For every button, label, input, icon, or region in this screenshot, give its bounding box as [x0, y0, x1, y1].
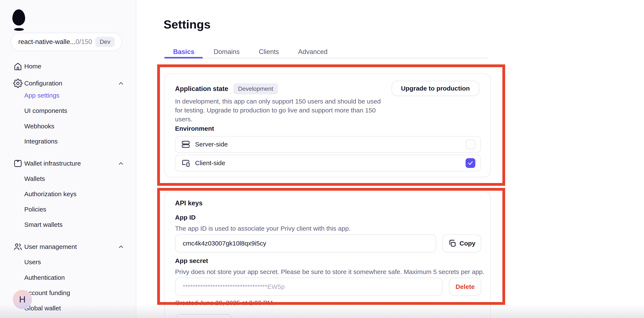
- tab-domains[interactable]: Domains: [204, 46, 249, 57]
- app-secret-description: Privy does not store your app secret. Pl…: [175, 268, 484, 276]
- sidebar-item-label: UI components: [24, 107, 67, 114]
- environment-option-label: Server-side: [195, 141, 228, 148]
- application-state-card: Application state Development Upgrade to…: [164, 74, 491, 177]
- tabs-divider: [164, 58, 488, 58]
- privy-logo-shadow: [14, 28, 24, 31]
- app-secret-label: App secret: [175, 257, 208, 264]
- gear-icon: [13, 79, 22, 88]
- settings-tabs: Basics Domains Clients Advanced: [164, 46, 337, 57]
- environment-row-server-side[interactable]: Server-side: [175, 136, 481, 153]
- sidebar-item-authentication[interactable]: Authentication: [0, 273, 136, 283]
- development-badge: Development: [234, 83, 278, 94]
- chevron-up-icon[interactable]: [118, 243, 124, 250]
- sidebar-item-webhooks[interactable]: Webhooks: [0, 121, 136, 131]
- sidebar-item-label: App settings: [24, 92, 60, 99]
- tab-basics[interactable]: Basics: [164, 46, 204, 57]
- sidebar-item-label: Wallet infrastructure: [24, 160, 81, 167]
- environment-option-label: Client-side: [195, 159, 225, 167]
- sidebar-item-policies[interactable]: Policies: [0, 204, 136, 214]
- sidebar-item-ui-components[interactable]: UI components: [0, 106, 136, 116]
- sidebar-item-label: Configuration: [24, 80, 62, 87]
- privy-logo: [12, 9, 25, 25]
- delete-secret-button[interactable]: Delete: [449, 278, 481, 296]
- sidebar-item-authorization-keys[interactable]: Authorization keys: [0, 189, 136, 199]
- users-icon: [13, 242, 22, 251]
- user-avatar[interactable]: H: [13, 290, 32, 309]
- sidebar-item-user-management[interactable]: User management: [0, 242, 136, 252]
- sidebar-item-label: User management: [24, 243, 77, 250]
- sidebar-item-label: Wallets: [24, 175, 45, 182]
- sidebar: react-native-walle... 0/150 Dev Home Con…: [0, 0, 136, 318]
- page-title: Settings: [164, 17, 210, 31]
- application-state-description: In development, this app can only suppor…: [175, 97, 388, 124]
- tab-clients[interactable]: Clients: [249, 46, 288, 57]
- chevron-up-icon[interactable]: [118, 160, 124, 167]
- copy-button[interactable]: Copy: [442, 234, 481, 253]
- sidebar-item-wallets[interactable]: Wallets: [0, 174, 136, 184]
- sidebar-item-wallet-infrastructure[interactable]: Wallet infrastructure: [0, 158, 136, 168]
- environment-label: Environment: [175, 125, 214, 132]
- server-icon: [181, 140, 190, 149]
- project-env-badge: Dev: [96, 37, 114, 47]
- environment-row-client-side[interactable]: Client-side: [175, 155, 481, 171]
- app-id-label: App ID: [175, 214, 196, 221]
- sidebar-item-home[interactable]: Home: [0, 61, 136, 71]
- sidebar-item-label: Webhooks: [24, 123, 54, 130]
- tab-advanced[interactable]: Advanced: [288, 46, 337, 57]
- avatar-initial: H: [19, 294, 26, 305]
- partially-visible-button[interactable]: [175, 314, 232, 318]
- check-icon: [467, 160, 474, 166]
- sidebar-item-label: Smart wallets: [24, 221, 62, 228]
- app-secret-input[interactable]: **********************************EW5p: [175, 278, 442, 296]
- sidebar-item-label: Authentication: [24, 274, 65, 281]
- sidebar-item-label: Users: [24, 259, 41, 266]
- client-side-checkbox[interactable]: [466, 158, 475, 168]
- sidebar-item-label: Integrations: [24, 138, 58, 145]
- sidebar-item-app-settings[interactable]: App settings: [0, 90, 136, 101]
- project-name: react-native-walle...: [18, 38, 76, 46]
- chevron-up-icon[interactable]: [118, 80, 124, 87]
- sidebar-item-label: Policies: [24, 206, 46, 213]
- sidebar-item-smart-wallets[interactable]: Smart wallets: [0, 220, 136, 230]
- main-content: Settings Basics Domains Clients Advanced…: [137, 0, 644, 318]
- app-id-input[interactable]: cmc4k4z03007gk10l8qx9i5cy: [175, 234, 436, 253]
- client-devices-icon: [181, 158, 190, 168]
- project-selector[interactable]: react-native-walle... 0/150 Dev: [11, 33, 122, 51]
- home-icon: [13, 62, 22, 71]
- sidebar-item-label: Home: [24, 63, 41, 70]
- sidebar-item-label: Authorization keys: [24, 190, 76, 198]
- wallet-icon: [13, 159, 22, 168]
- upgrade-to-production-button[interactable]: Upgrade to production: [392, 81, 479, 96]
- api-keys-heading: API keys: [175, 199, 202, 207]
- sidebar-item-label: Account funding: [24, 289, 70, 297]
- app-id-description: The app ID is used to associate your Pri…: [175, 225, 350, 232]
- active-tab-underline: [164, 57, 203, 58]
- copy-icon: [448, 239, 456, 248]
- sidebar-item-label: Global wallet: [24, 305, 61, 312]
- sidebar-item-users[interactable]: Users: [0, 257, 136, 267]
- sidebar-item-configuration[interactable]: Configuration: [0, 78, 136, 88]
- server-side-checkbox[interactable]: [466, 140, 475, 149]
- project-usage-count: 0/150: [76, 38, 92, 46]
- application-state-heading: Application state: [175, 85, 228, 93]
- sidebar-item-integrations[interactable]: Integrations: [0, 136, 136, 147]
- secret-created-timestamp: Created June 20, 2025 at 2:03 PM.: [175, 299, 274, 307]
- api-keys-card: API keys App ID The app ID is used to as…: [164, 191, 491, 318]
